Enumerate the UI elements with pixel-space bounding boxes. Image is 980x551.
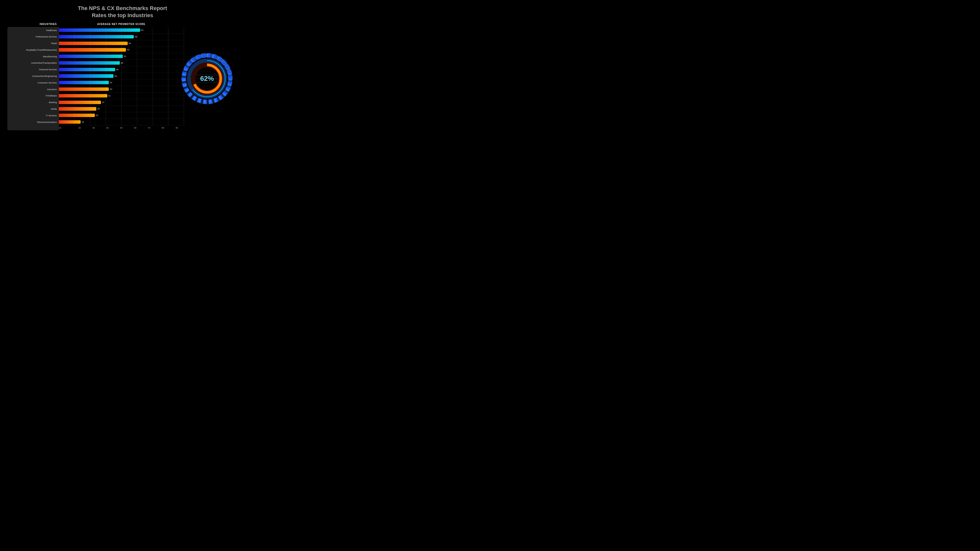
industry-label: Hospitality (Travel/Restaurants) xyxy=(7,47,59,53)
bar xyxy=(59,81,109,84)
bars-area: 625854535149464542424137343324 102030405… xyxy=(59,27,184,130)
industries-header: INDUSTRIES xyxy=(7,22,59,27)
industry-label: Telecommunications xyxy=(7,119,59,125)
donut-value: 62% xyxy=(200,75,214,83)
bar-row: 54 xyxy=(59,40,184,47)
industry-label: Healthcare xyxy=(7,27,59,33)
industry-label: Retail xyxy=(7,40,59,47)
bar-row: 53 xyxy=(59,47,184,53)
bar-row: 42 xyxy=(59,86,184,92)
bar xyxy=(59,114,95,117)
bar xyxy=(59,29,140,32)
industry-label: Automotive/Transportation xyxy=(7,60,59,67)
industry-label: Insurance xyxy=(7,86,59,92)
bar-row: 58 xyxy=(59,33,184,40)
bar-row: 49 xyxy=(59,60,184,67)
bar xyxy=(59,87,109,91)
bar-row: 24 xyxy=(59,119,184,125)
bar-row: 42 xyxy=(59,79,184,86)
industry-label: Construction/Engineering xyxy=(7,73,59,79)
bar-row: 37 xyxy=(59,99,184,106)
industry-label: Media xyxy=(7,106,59,113)
industry-label: Manufacturing xyxy=(7,53,59,60)
industry-label: IT/Software xyxy=(7,92,59,99)
bar-row: 46 xyxy=(59,67,184,73)
bar xyxy=(59,61,120,65)
bar xyxy=(59,55,123,58)
chart-area: INDUSTRIES AVERAGE NET PROMOTER SCORE 62… xyxy=(7,22,238,130)
bar-row: 41 xyxy=(59,92,184,99)
bar xyxy=(59,68,115,71)
bar xyxy=(59,101,101,104)
industry-label: Banking xyxy=(7,99,59,106)
bar-row: 45 xyxy=(59,73,184,79)
bar xyxy=(59,94,107,97)
bar-row: 51 xyxy=(59,53,184,60)
bar-row: 34 xyxy=(59,106,184,113)
industry-label: IT Services xyxy=(7,112,59,119)
industry-label: Consumer Services xyxy=(7,79,59,86)
donut-chart: 62% xyxy=(181,53,233,104)
bar xyxy=(59,107,96,110)
bar xyxy=(59,120,81,124)
bar xyxy=(59,74,113,78)
chart-title: The NPS & CX Benchmarks Report Rates the… xyxy=(7,5,238,19)
bar-row: 62 xyxy=(59,27,184,33)
avg-score-header: AVERAGE NET PROMOTER SCORE xyxy=(59,22,184,27)
industry-label: Financial Services xyxy=(7,67,59,73)
industry-label: Professional Services xyxy=(7,33,59,40)
bar xyxy=(59,35,134,38)
main-container: The NPS & CX Benchmarks Report Rates the… xyxy=(0,0,245,138)
bar-row: 33 xyxy=(59,112,184,119)
bar xyxy=(59,41,128,45)
bar xyxy=(59,48,126,51)
